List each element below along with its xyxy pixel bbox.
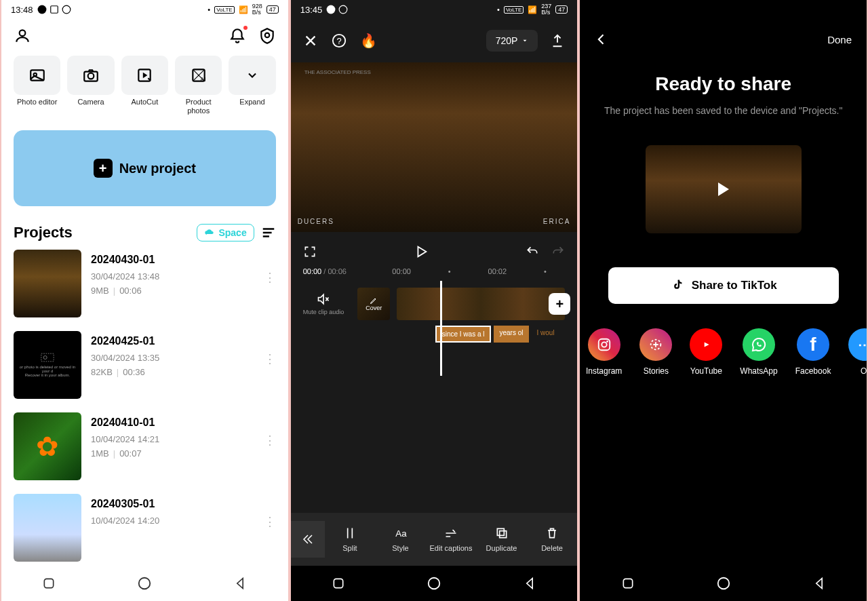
back-tool-button[interactable] — [291, 521, 325, 558]
export-icon[interactable] — [550, 33, 565, 48]
edit-toolbar: Split Aa Style Edit captions Duplicate D… — [291, 513, 578, 566]
share-thumbnail[interactable] — [646, 145, 802, 233]
share-tiktok-button[interactable]: Share to TikTok — [608, 267, 839, 304]
chevron-down-icon — [521, 37, 528, 44]
captions-icon — [444, 526, 458, 540]
nav-back[interactable] — [232, 575, 248, 592]
projects-list[interactable]: 20240430-01 30/04/2024 13:48 9MB|00:06 ⋮… — [1, 250, 288, 566]
status-time: 13:48 — [11, 5, 33, 15]
nav-back[interactable] — [521, 575, 538, 592]
gallery-icon — [50, 5, 59, 14]
svg-point-8 — [88, 73, 94, 79]
nav-home[interactable] — [715, 575, 732, 592]
project-item[interactable]: 20240410-01 10/04/2024 14:21 1MB|00:07 ⋮ — [14, 412, 276, 480]
nav-recent[interactable] — [330, 575, 347, 592]
tool-edit-captions[interactable]: Edit captions — [426, 526, 477, 552]
svg-rect-23 — [334, 579, 342, 587]
video-preview[interactable]: THE ASSOCIATED PRESS DUCERS ERICA — [291, 62, 578, 232]
new-project-button[interactable]: + New project — [14, 130, 276, 206]
mute-audio-button[interactable]: Mute clip audio — [303, 292, 351, 315]
project-item[interactable]: or photo is deleted or moved in your d R… — [14, 331, 276, 399]
caption-track[interactable]: since I was a l years ol I woul — [435, 326, 566, 343]
video-clip[interactable] — [397, 288, 565, 320]
redo-icon[interactable] — [551, 245, 565, 258]
nav-bar — [291, 566, 578, 601]
more-icon[interactable]: ⋮ — [264, 412, 276, 448]
quality-button[interactable]: 720P — [486, 30, 538, 52]
status-bar: 13:45 • VoLTE 📶 237B/s 47 — [291, 0, 578, 19]
tiktok-icon — [670, 278, 685, 293]
close-icon[interactable] — [303, 33, 318, 48]
add-clip-button[interactable]: + — [549, 293, 570, 315]
project-item[interactable]: 20240305-01 10/04/2024 14:20 ⋮ — [14, 494, 276, 562]
more-icon[interactable]: ⋮ — [264, 331, 276, 366]
timeline[interactable]: Mute clip audio Cover + since I was a l … — [291, 288, 578, 369]
tool-autocut[interactable]: AutoCut — [121, 56, 168, 115]
fullscreen-icon[interactable] — [303, 245, 317, 258]
project-thumbnail — [14, 494, 81, 562]
nav-back[interactable] — [811, 575, 827, 592]
caption-segment[interactable]: I woul — [532, 326, 560, 343]
sort-icon[interactable] — [261, 225, 276, 240]
tool-expand[interactable]: Expand — [229, 56, 275, 115]
share-other[interactable]: ⋯ Ot — [848, 328, 867, 376]
tool-delete[interactable]: Delete — [527, 526, 578, 552]
caption-segment[interactable]: years ol — [494, 326, 528, 343]
nav-bar — [1, 566, 288, 601]
svg-point-24 — [429, 578, 440, 589]
phone-editor-screen: 13:45 • VoLTE 📶 237B/s 47 ? 🔥 720P — [291, 0, 578, 601]
tool-duplicate[interactable]: Duplicate — [476, 526, 527, 552]
tool-split[interactable]: Split — [325, 526, 376, 552]
tool-product-photos[interactable]: AI Product photos — [175, 56, 222, 115]
autocut-icon — [136, 66, 153, 84]
projects-title: Projects — [14, 224, 73, 241]
tool-photo-editor[interactable]: Photo editor — [14, 56, 60, 115]
more-icon[interactable]: ⋮ — [264, 494, 276, 529]
whatsapp-icon — [743, 328, 775, 361]
youtube-icon — [690, 328, 722, 361]
more-icon[interactable]: ⋮ — [264, 250, 276, 285]
space-button[interactable]: Space — [197, 224, 254, 241]
done-button[interactable]: Done — [827, 34, 852, 45]
profile-icon[interactable] — [14, 27, 31, 45]
share-youtube[interactable]: YouTube — [690, 328, 722, 376]
phone-share-screen: Done Ready to share The project has been… — [580, 0, 867, 601]
share-instagram[interactable]: Instagram — [586, 328, 622, 376]
svg-point-26 — [601, 342, 606, 347]
share-stories[interactable]: Stories — [639, 328, 672, 376]
project-item[interactable]: 20240430-01 30/04/2024 13:48 9MB|00:06 ⋮ — [14, 250, 276, 317]
caption-segment[interactable]: since I was a l — [435, 326, 492, 343]
signal-icon: 📶 — [239, 5, 248, 14]
volte-icon: VoLTE — [504, 6, 524, 14]
flame-icon[interactable]: 🔥 — [360, 33, 377, 49]
nav-recent[interactable] — [41, 575, 57, 592]
share-whatsapp[interactable]: WhatsApp — [740, 328, 777, 376]
phone-home-screen: 13:48 • VoLTE 📶 928B/s 47 Photo edit — [1, 0, 288, 601]
back-icon[interactable] — [595, 33, 608, 46]
play-icon[interactable] — [414, 244, 429, 259]
svg-rect-12 — [41, 354, 54, 362]
share-facebook[interactable]: f Facebook — [795, 328, 831, 376]
svg-point-4 — [264, 33, 269, 38]
nav-bar — [580, 566, 867, 601]
svg-point-15 — [139, 578, 151, 589]
spotify-icon — [37, 5, 47, 14]
editor-header: ? 🔥 720P — [291, 19, 578, 62]
nav-home[interactable] — [136, 575, 153, 592]
chevron-down-icon — [245, 69, 259, 82]
settings-icon[interactable] — [258, 27, 276, 45]
project-thumbnail: or photo is deleted or moved in your d R… — [14, 331, 81, 399]
project-thumbnail — [14, 250, 81, 317]
svg-point-2 — [62, 5, 71, 14]
nav-recent[interactable] — [620, 575, 636, 592]
tool-style[interactable]: Aa Style — [375, 526, 426, 552]
undo-icon[interactable] — [526, 245, 539, 258]
nav-home[interactable] — [426, 575, 442, 592]
playhead[interactable] — [440, 281, 442, 376]
cover-button[interactable]: Cover — [357, 288, 390, 320]
notification-icon[interactable] — [229, 27, 246, 45]
status-time: 13:45 — [300, 5, 323, 15]
status-dot: • — [497, 5, 500, 14]
help-icon[interactable]: ? — [332, 33, 347, 48]
tool-camera[interactable]: Camera — [67, 56, 114, 115]
